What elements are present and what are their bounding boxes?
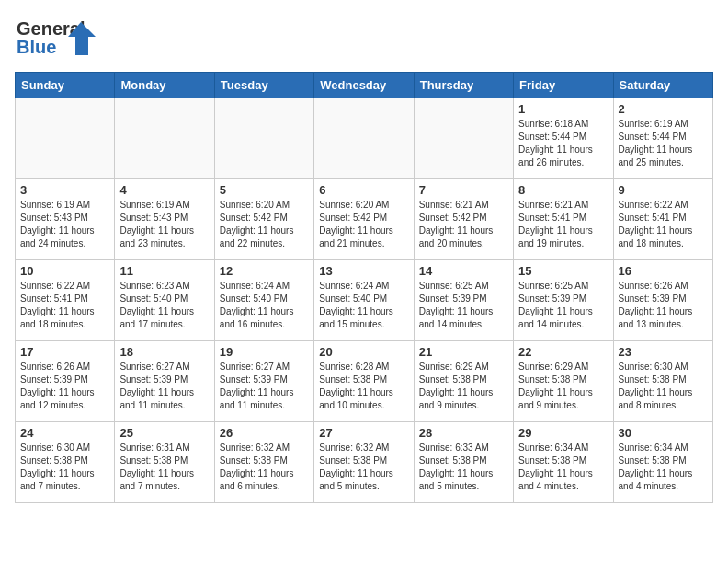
calendar-cell: 18Sunrise: 6:27 AM Sunset: 5:39 PM Dayli…: [115, 341, 214, 422]
svg-text:Blue: Blue: [17, 37, 56, 57]
calendar-cell: 19Sunrise: 6:27 AM Sunset: 5:39 PM Dayli…: [214, 341, 313, 422]
calendar-cell: 12Sunrise: 6:24 AM Sunset: 5:40 PM Dayli…: [214, 260, 313, 341]
calendar-cell: 15Sunrise: 6:25 AM Sunset: 5:39 PM Dayli…: [514, 260, 613, 341]
day-number: 8: [518, 183, 608, 197]
cell-info: Sunrise: 6:30 AM Sunset: 5:38 PM Dayligh…: [20, 442, 109, 493]
calendar-cell: 6Sunrise: 6:20 AM Sunset: 5:42 PM Daylig…: [314, 179, 414, 260]
day-number: 16: [619, 264, 708, 278]
day-header-thursday: Thursday: [414, 73, 513, 98]
cell-info: Sunrise: 6:19 AM Sunset: 5:43 PM Dayligh…: [20, 199, 109, 250]
day-number: 5: [220, 183, 309, 197]
cell-info: Sunrise: 6:25 AM Sunset: 5:39 PM Dayligh…: [518, 280, 608, 331]
calendar-cell: 11Sunrise: 6:23 AM Sunset: 5:40 PM Dayli…: [115, 260, 214, 341]
cell-info: Sunrise: 6:32 AM Sunset: 5:38 PM Dayligh…: [319, 442, 408, 493]
cell-info: Sunrise: 6:29 AM Sunset: 5:38 PM Dayligh…: [419, 361, 508, 412]
calendar-cell: 30Sunrise: 6:34 AM Sunset: 5:38 PM Dayli…: [613, 422, 712, 503]
day-number: 4: [119, 183, 209, 197]
day-number: 19: [220, 345, 309, 359]
calendar-cell: [214, 98, 313, 179]
cell-info: Sunrise: 6:22 AM Sunset: 5:41 PM Dayligh…: [20, 280, 109, 331]
day-header-monday: Monday: [115, 73, 214, 98]
day-number: 10: [20, 264, 109, 278]
day-number: 21: [419, 345, 508, 359]
calendar-week-row: 3Sunrise: 6:19 AM Sunset: 5:43 PM Daylig…: [16, 179, 713, 260]
calendar-week-row: 1Sunrise: 6:18 AM Sunset: 5:44 PM Daylig…: [16, 98, 713, 179]
day-number: 6: [319, 183, 408, 197]
cell-info: Sunrise: 6:19 AM Sunset: 5:44 PM Dayligh…: [619, 118, 708, 169]
calendar-cell: 25Sunrise: 6:31 AM Sunset: 5:38 PM Dayli…: [115, 422, 214, 503]
calendar-cell: 9Sunrise: 6:22 AM Sunset: 5:41 PM Daylig…: [613, 179, 712, 260]
day-number: 12: [220, 264, 309, 278]
logo: GeneralBlue: [15, 15, 97, 61]
day-number: 18: [119, 345, 209, 359]
cell-info: Sunrise: 6:26 AM Sunset: 5:39 PM Dayligh…: [619, 280, 708, 331]
logo-svg: GeneralBlue: [15, 15, 97, 61]
calendar-cell: [16, 98, 115, 179]
calendar-cell: 7Sunrise: 6:21 AM Sunset: 5:42 PM Daylig…: [414, 179, 513, 260]
day-header-tuesday: Tuesday: [214, 73, 313, 98]
cell-info: Sunrise: 6:19 AM Sunset: 5:43 PM Dayligh…: [119, 199, 209, 250]
cell-info: Sunrise: 6:25 AM Sunset: 5:39 PM Dayligh…: [419, 280, 508, 331]
day-number: 26: [220, 426, 309, 440]
calendar-cell: 10Sunrise: 6:22 AM Sunset: 5:41 PM Dayli…: [16, 260, 115, 341]
day-number: 28: [419, 426, 508, 440]
cell-info: Sunrise: 6:33 AM Sunset: 5:38 PM Dayligh…: [419, 442, 508, 493]
day-number: 17: [20, 345, 109, 359]
calendar-cell: 23Sunrise: 6:30 AM Sunset: 5:38 PM Dayli…: [613, 341, 712, 422]
cell-info: Sunrise: 6:21 AM Sunset: 5:42 PM Dayligh…: [419, 199, 508, 250]
cell-info: Sunrise: 6:21 AM Sunset: 5:41 PM Dayligh…: [518, 199, 608, 250]
day-number: 13: [319, 264, 408, 278]
cell-info: Sunrise: 6:31 AM Sunset: 5:38 PM Dayligh…: [119, 442, 209, 493]
cell-info: Sunrise: 6:20 AM Sunset: 5:42 PM Dayligh…: [220, 199, 309, 250]
day-header-saturday: Saturday: [613, 73, 712, 98]
cell-info: Sunrise: 6:20 AM Sunset: 5:42 PM Dayligh…: [319, 199, 408, 250]
day-number: 20: [319, 345, 408, 359]
day-number: 1: [518, 102, 608, 116]
day-number: 3: [20, 183, 109, 197]
calendar-cell: 14Sunrise: 6:25 AM Sunset: 5:39 PM Dayli…: [414, 260, 513, 341]
calendar-table: SundayMondayTuesdayWednesdayThursdayFrid…: [15, 72, 713, 503]
day-number: 30: [619, 426, 708, 440]
calendar-cell: [115, 98, 214, 179]
cell-info: Sunrise: 6:34 AM Sunset: 5:38 PM Dayligh…: [619, 442, 708, 493]
calendar-week-row: 24Sunrise: 6:30 AM Sunset: 5:38 PM Dayli…: [16, 422, 713, 503]
page-header: GeneralBlue: [15, 15, 713, 61]
cell-info: Sunrise: 6:34 AM Sunset: 5:38 PM Dayligh…: [518, 442, 608, 493]
day-number: 27: [319, 426, 408, 440]
calendar-cell: 3Sunrise: 6:19 AM Sunset: 5:43 PM Daylig…: [16, 179, 115, 260]
day-number: 14: [419, 264, 508, 278]
calendar-cell: 8Sunrise: 6:21 AM Sunset: 5:41 PM Daylig…: [514, 179, 613, 260]
cell-info: Sunrise: 6:32 AM Sunset: 5:38 PM Dayligh…: [220, 442, 309, 493]
day-number: 7: [419, 183, 508, 197]
calendar-cell: 2Sunrise: 6:19 AM Sunset: 5:44 PM Daylig…: [613, 98, 712, 179]
calendar-cell: 4Sunrise: 6:19 AM Sunset: 5:43 PM Daylig…: [115, 179, 214, 260]
cell-info: Sunrise: 6:28 AM Sunset: 5:38 PM Dayligh…: [319, 361, 408, 412]
calendar-cell: [414, 98, 513, 179]
cell-info: Sunrise: 6:29 AM Sunset: 5:38 PM Dayligh…: [518, 361, 608, 412]
calendar-cell: 16Sunrise: 6:26 AM Sunset: 5:39 PM Dayli…: [613, 260, 712, 341]
cell-info: Sunrise: 6:22 AM Sunset: 5:41 PM Dayligh…: [619, 199, 708, 250]
day-number: 9: [619, 183, 708, 197]
calendar-week-row: 17Sunrise: 6:26 AM Sunset: 5:39 PM Dayli…: [16, 341, 713, 422]
day-number: 22: [518, 345, 608, 359]
calendar-week-row: 10Sunrise: 6:22 AM Sunset: 5:41 PM Dayli…: [16, 260, 713, 341]
calendar-cell: 17Sunrise: 6:26 AM Sunset: 5:39 PM Dayli…: [16, 341, 115, 422]
calendar-cell: 24Sunrise: 6:30 AM Sunset: 5:38 PM Dayli…: [16, 422, 115, 503]
day-number: 29: [518, 426, 608, 440]
day-number: 2: [619, 102, 708, 116]
cell-info: Sunrise: 6:27 AM Sunset: 5:39 PM Dayligh…: [220, 361, 309, 412]
calendar-header-row: SundayMondayTuesdayWednesdayThursdayFrid…: [16, 73, 713, 98]
calendar-cell: 27Sunrise: 6:32 AM Sunset: 5:38 PM Dayli…: [314, 422, 414, 503]
calendar-cell: 21Sunrise: 6:29 AM Sunset: 5:38 PM Dayli…: [414, 341, 513, 422]
cell-info: Sunrise: 6:24 AM Sunset: 5:40 PM Dayligh…: [319, 280, 408, 331]
cell-info: Sunrise: 6:23 AM Sunset: 5:40 PM Dayligh…: [119, 280, 209, 331]
cell-info: Sunrise: 6:24 AM Sunset: 5:40 PM Dayligh…: [220, 280, 309, 331]
calendar-cell: 1Sunrise: 6:18 AM Sunset: 5:44 PM Daylig…: [514, 98, 613, 179]
calendar-cell: 29Sunrise: 6:34 AM Sunset: 5:38 PM Dayli…: [514, 422, 613, 503]
cell-info: Sunrise: 6:27 AM Sunset: 5:39 PM Dayligh…: [119, 361, 209, 412]
day-number: 15: [518, 264, 608, 278]
calendar-cell: 20Sunrise: 6:28 AM Sunset: 5:38 PM Dayli…: [314, 341, 414, 422]
day-header-friday: Friday: [514, 73, 613, 98]
cell-info: Sunrise: 6:26 AM Sunset: 5:39 PM Dayligh…: [20, 361, 109, 412]
cell-info: Sunrise: 6:18 AM Sunset: 5:44 PM Dayligh…: [518, 118, 608, 169]
